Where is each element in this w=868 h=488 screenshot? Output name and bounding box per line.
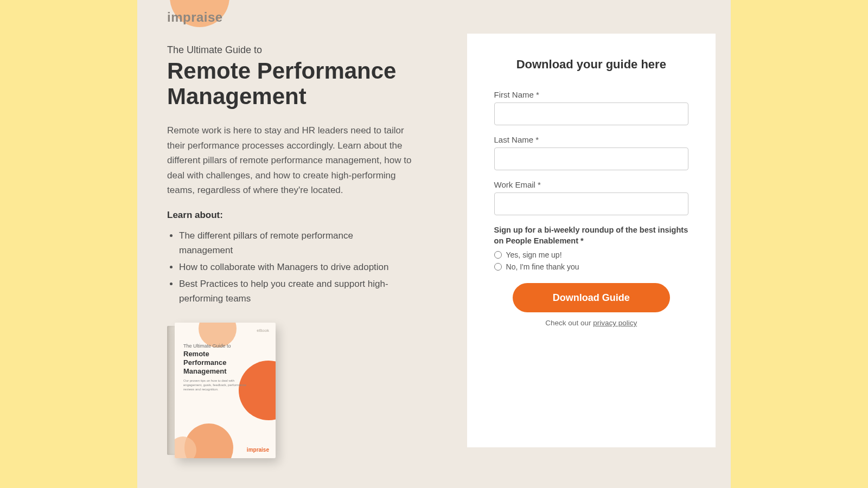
email-input[interactable]	[494, 192, 688, 215]
policy-prefix: Check out our	[545, 319, 593, 327]
lede-paragraph: Remote work is here to stay and HR leade…	[167, 123, 417, 198]
title-kicker: The Ultimate Guide to	[167, 44, 418, 56]
book-subtitle: Our proven tips on how to deal with enga…	[183, 379, 248, 391]
book-cover: eBook The Ultimate Guide to Remote Perfo…	[175, 323, 276, 458]
list-item: Best Practices to help you create and su…	[179, 277, 407, 306]
last-name-input[interactable]	[494, 147, 688, 170]
book-brand: impraise	[247, 447, 269, 453]
optin-yes-row[interactable]: Yes, sign me up!	[494, 251, 688, 259]
book-brand-top: eBook	[257, 328, 269, 333]
list-item: The different pillars of remote performa…	[179, 228, 407, 258]
last-name-field: Last Name *	[494, 135, 688, 170]
page-stage: impraise The Ultimate Guide to Remote Pe…	[137, 0, 731, 488]
bullet-list: The different pillars of remote performa…	[167, 228, 418, 306]
content-row: The Ultimate Guide to Remote Performance…	[137, 0, 731, 458]
page-title: Remote Performance Management	[167, 58, 418, 109]
optin-no-radio[interactable]	[494, 263, 502, 271]
first-name-label: First Name *	[494, 90, 688, 99]
email-field: Work Email *	[494, 180, 688, 215]
privacy-line: Check out our privacy policy	[494, 319, 688, 327]
optin-no-row[interactable]: No, I'm fine thank you	[494, 262, 688, 271]
optin-no-label: No, I'm fine thank you	[506, 262, 579, 271]
form-heading: Download your guide here	[494, 57, 688, 72]
download-form-card: Download your guide here First Name * La…	[467, 34, 716, 447]
privacy-policy-link[interactable]: privacy policy	[593, 319, 637, 327]
list-item: How to collaborate with Managers to driv…	[179, 260, 407, 274]
book-kicker: The Ultimate Guide to	[183, 343, 267, 349]
first-name-input[interactable]	[494, 102, 688, 125]
learn-about-label: Learn about:	[167, 210, 418, 221]
optin-yes-label: Yes, sign me up!	[506, 251, 562, 259]
last-name-label: Last Name *	[494, 135, 688, 144]
ebook-mockup: eBook The Ultimate Guide to Remote Perfo…	[167, 323, 276, 458]
book-spine	[167, 326, 175, 455]
book-title: Remote Performance Management	[183, 350, 243, 376]
brand-logo: impraise	[167, 10, 223, 25]
left-column: The Ultimate Guide to Remote Performance…	[167, 44, 418, 458]
email-label: Work Email *	[494, 180, 688, 189]
optin-question: Sign up for a bi-weekly roundup of the b…	[494, 225, 688, 246]
download-guide-button[interactable]: Download Guide	[513, 283, 670, 312]
optin-yes-radio[interactable]	[494, 251, 502, 259]
first-name-field: First Name *	[494, 90, 688, 125]
